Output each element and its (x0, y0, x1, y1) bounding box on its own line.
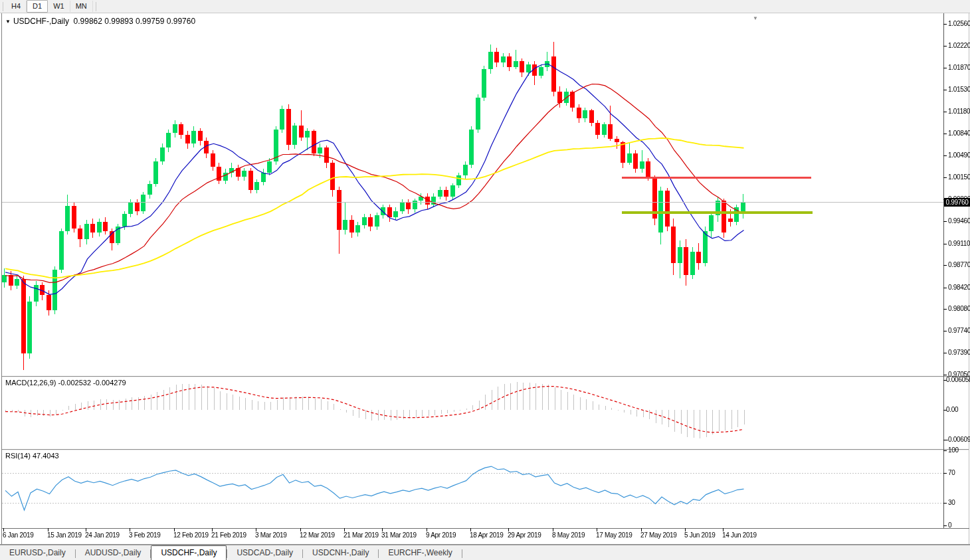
tab-separator (462, 549, 462, 558)
chart-tab-audusd[interactable]: AUDUSD-,Daily (76, 546, 151, 560)
timeframe-button-d1[interactable]: D1 (27, 0, 48, 13)
timeframe-toolbar: H4D1W1MN (0, 0, 970, 13)
chart-tab-bar: EURUSD-,DailyAUDUSD-,DailyUSDCHF-,DailyU… (0, 545, 970, 560)
price-chart-canvas[interactable] (0, 0, 970, 560)
chart-tab-usdcad[interactable]: USDCAD-,Daily (227, 546, 302, 560)
current-price-line (2, 202, 943, 203)
chart-tab-eurusd[interactable]: EURUSD-,Daily (0, 546, 75, 560)
timeframe-button-w1[interactable]: W1 (48, 1, 70, 12)
chart-tab-usdcnh[interactable]: USDCNH-,Daily (303, 546, 378, 560)
chart-tab-eurchf[interactable]: EURCHF-,Weekly (379, 546, 461, 560)
chart-shift-marker: ▼ (753, 15, 758, 21)
support-line[interactable] (622, 211, 813, 214)
timeframe-button-h4[interactable]: H4 (6, 1, 27, 12)
resistance-line[interactable] (622, 177, 811, 179)
chart-tab-usdchf[interactable]: USDCHF-,Daily (151, 545, 227, 560)
trading-terminal: H4D1W1MN ▼USDCHF-,Daily 0.99862 0.99893 … (0, 0, 970, 560)
timeframe-button-mn[interactable]: MN (70, 1, 93, 12)
